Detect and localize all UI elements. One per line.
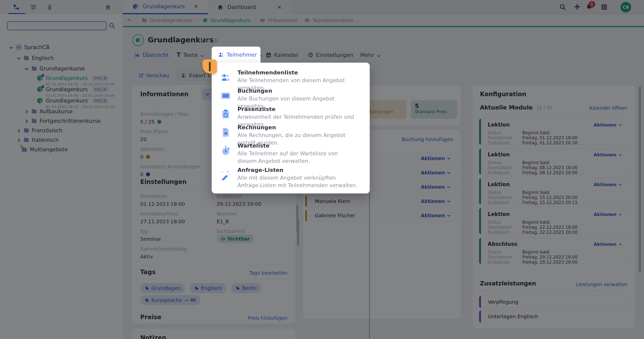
people-icon — [218, 52, 224, 58]
text-cursor-icon — [209, 62, 211, 71]
magic-wand-icon — [220, 170, 231, 180]
menu-item-title: Rechnungen — [237, 124, 358, 132]
menu-item-anfrage-listen[interactable]: Anfrage-Listen Alle mit diesem Angebot v… — [220, 166, 361, 189]
stopwatch-icon — [220, 145, 231, 156]
menu-item-warteliste[interactable]: Warteliste Alle Teilnehmer auf der Warte… — [220, 142, 361, 165]
people-icon — [220, 72, 231, 83]
invoice-icon — [220, 127, 231, 138]
menu-item-title: Teilnehmendenliste — [237, 69, 358, 77]
menu-item-title: Warteliste — [237, 142, 358, 150]
menu-item-description: Alle mit diesem Angebot verknüpften Anfr… — [237, 174, 358, 189]
tab-label: Teilnehmer — [227, 52, 257, 58]
chevron-down-icon — [260, 53, 264, 57]
menu-item-title: Buchungen — [237, 87, 358, 95]
teilnehmer-dropdown: Teilnehmendenliste Alle Teilnehmenden vo… — [212, 63, 370, 193]
clipboard-check-icon — [220, 109, 231, 119]
annotation-vertical-line — [369, 193, 370, 339]
menu-item-description: Alle Teilnehmer auf der Warteliste von d… — [237, 150, 358, 165]
booking-card-icon — [220, 90, 231, 101]
tab-teilnehmer[interactable]: Teilnehmer — [212, 47, 261, 63]
menu-item-title: Anfrage-Listen — [237, 166, 358, 174]
menu-item-title: Präsenzliste — [237, 105, 358, 113]
